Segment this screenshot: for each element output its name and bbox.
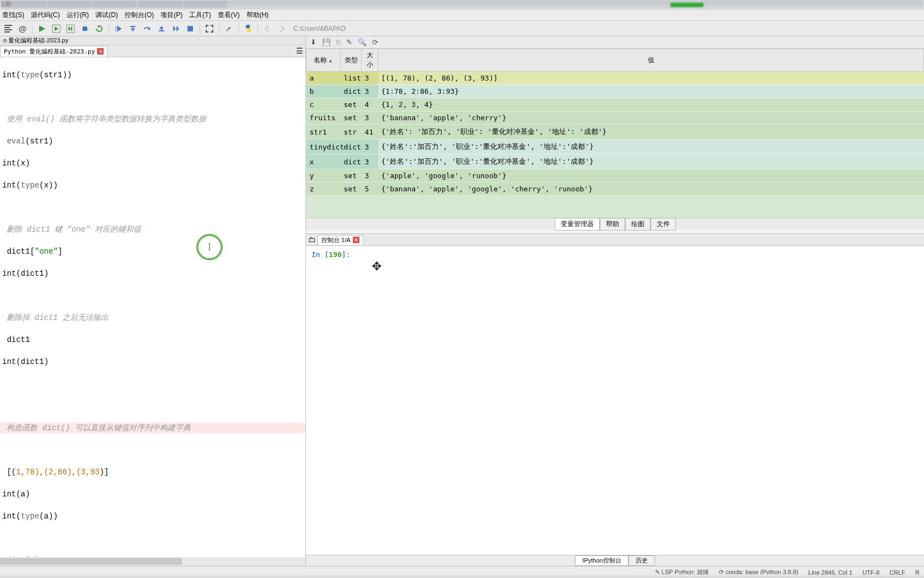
tab-history[interactable]: 历史 — [628, 555, 655, 566]
tab-help[interactable]: 帮助 — [600, 218, 625, 231]
console-tab-bar: 🗀 控制台 1/A ✕ — [306, 234, 924, 246]
run-icon[interactable] — [36, 23, 48, 35]
console-output[interactable]: In [190]: ✥ — [306, 246, 924, 555]
debug-continue-icon[interactable] — [170, 23, 182, 35]
maximize-icon[interactable] — [203, 23, 216, 35]
debug-into-icon[interactable] — [127, 23, 139, 35]
import-icon[interactable]: ⬇ — [310, 38, 316, 46]
variable-row[interactable]: zset5{'banana', 'apple', 'google', 'cher… — [307, 183, 924, 196]
col-value[interactable]: 值 — [378, 49, 924, 72]
menu-search[interactable]: 查找(S) — [2, 10, 24, 20]
variable-row[interactable]: alist3[(1, 78), (2, 86), (3, 93)] — [307, 72, 924, 85]
menu-run[interactable]: 运行(R) — [67, 10, 89, 20]
file-tab-label: Python 量化编程基础-2023.py — [4, 47, 95, 56]
variable-row[interactable]: cset4{1, 2, 3, 4} — [307, 98, 924, 111]
battery-icon — [670, 3, 703, 7]
tab-files[interactable]: 文件 — [651, 218, 676, 231]
run-selection-icon[interactable] — [79, 23, 91, 35]
working-dir-path[interactable]: C:\Users\MIAPAD — [293, 25, 346, 33]
file-tab-bar: Python 量化编程基础-2023.py ✕ ☰ — [0, 45, 305, 57]
editor-breadcrumb[interactable]: n 量化编程基础-2023.py — [0, 36, 305, 45]
search-icon[interactable]: 🔍 — [358, 38, 367, 46]
variable-row[interactable]: tinydictdict3{'姓名':'加百力', '职业':'量化对冲基金',… — [307, 140, 924, 154]
col-size[interactable]: 大小 — [362, 49, 378, 72]
save-as-icon[interactable]: ⎘ — [336, 38, 341, 46]
right-pane-tabs: 变量管理器 帮助 绘图 文件 — [306, 218, 924, 230]
empty-space — [306, 196, 924, 218]
tab-ipython-console[interactable]: IPython控制台 — [575, 555, 628, 566]
variable-row[interactable]: fruitsset3{'banana', 'apple', 'cherry'} — [307, 111, 924, 125]
window-fragment-text: 1.8) — [1, 1, 10, 7]
rerun-icon[interactable] — [93, 23, 105, 35]
back-icon[interactable] — [261, 23, 273, 35]
col-name[interactable]: 名称▲ — [307, 49, 341, 72]
debug-stop-icon[interactable] — [184, 23, 196, 35]
tab-plots[interactable]: 绘图 — [625, 218, 651, 231]
menu-debug[interactable]: 调试(D) — [95, 10, 118, 20]
right-pane: ⬇ 💾 ⎘ ✎ 🔍 ⟳ 名称▲ 类型 大小 值 alist3[(1, 78), … — [306, 36, 924, 566]
menu-tools[interactable]: 工具(T) — [189, 10, 211, 20]
python-icon[interactable] — [242, 23, 254, 35]
debug-over-icon[interactable] — [141, 23, 153, 35]
console-bottom-tabs: IPython控制台 历史 — [306, 555, 924, 566]
close-icon[interactable]: ✕ — [97, 48, 104, 55]
at-icon[interactable]: @ — [17, 23, 29, 35]
debug-out-icon[interactable] — [155, 23, 168, 35]
variable-toolbar: ⬇ 💾 ⎘ ✎ 🔍 ⟳ — [306, 36, 924, 49]
menu-projects[interactable]: 项目(P) — [160, 10, 182, 20]
menu-help[interactable]: 帮助(H) — [246, 10, 269, 20]
variable-row[interactable]: yset3{'apple', 'google', 'runoob'} — [307, 169, 924, 183]
move-cursor-icon: ✥ — [372, 256, 382, 274]
save-icon[interactable]: 💾 — [322, 38, 331, 46]
refresh-icon[interactable]: ⟳ — [372, 38, 378, 46]
editor-pane: n 量化编程基础-2023.py Python 量化编程基础-2023.py ✕… — [0, 36, 306, 566]
clear-icon[interactable]: ✎ — [346, 38, 352, 46]
run-cell-icon[interactable] — [50, 23, 62, 35]
svg-rect-2 — [83, 26, 87, 31]
variable-explorer: 名称▲ 类型 大小 值 alist3[(1, 78), (2, 86), (3,… — [306, 49, 924, 218]
svg-rect-3 — [187, 26, 193, 31]
console-pane: 🗀 控制台 1/A ✕ In [190]: ✥ IPython控制台 历史 — [306, 233, 924, 566]
wrench-icon[interactable] — [223, 23, 235, 35]
menu-bar: 查找(S) 源代码(C) 运行(R) 调试(D) 控制台(O) 项目(P) 工具… — [0, 10, 924, 21]
file-tab-active[interactable]: Python 量化编程基础-2023.py ✕ — [0, 46, 108, 57]
console-tab-active[interactable]: 控制台 1/A ✕ — [318, 235, 363, 245]
run-cell-advance-icon[interactable] — [65, 23, 77, 35]
folder-icon[interactable]: 🗀 — [308, 236, 315, 244]
menu-consoles[interactable]: 控制台(O) — [125, 10, 154, 20]
col-type[interactable]: 类型 — [341, 49, 362, 72]
hamburger-icon[interactable]: ☰ — [296, 46, 303, 55]
tab-variable-explorer[interactable]: 变量管理器 — [555, 218, 600, 231]
blurred-window-chrome: 1.8) — [0, 0, 924, 10]
menu-view[interactable]: 查看(V) — [218, 10, 240, 20]
close-icon[interactable]: ✕ — [353, 237, 359, 243]
indent-icon[interactable] — [2, 23, 14, 35]
variable-row[interactable]: bdict3{1:78, 2:86, 3:93} — [307, 85, 924, 98]
os-taskbar-edge — [0, 575, 924, 578]
forward-icon[interactable] — [276, 23, 288, 35]
main-toolbar: @ C:\Users\MIAPAD — [0, 21, 924, 36]
variable-row[interactable]: str1str41{'姓名': '加百力', '职业': '量化对冲基金', '… — [307, 125, 924, 140]
debug-step-icon[interactable] — [112, 23, 125, 35]
horizontal-scrollbar[interactable] — [0, 557, 305, 566]
menu-source[interactable]: 源代码(C) — [31, 10, 60, 20]
variable-row[interactable]: xdict3{'姓名':'加百力', '职业':'量化对冲基金', '地址':'… — [307, 154, 924, 169]
console-tab-label: 控制台 1/A — [321, 236, 351, 244]
code-editor[interactable]: int(type(str1)) 使用 eval() 函数将字符串类型数据转换为字… — [0, 57, 305, 566]
